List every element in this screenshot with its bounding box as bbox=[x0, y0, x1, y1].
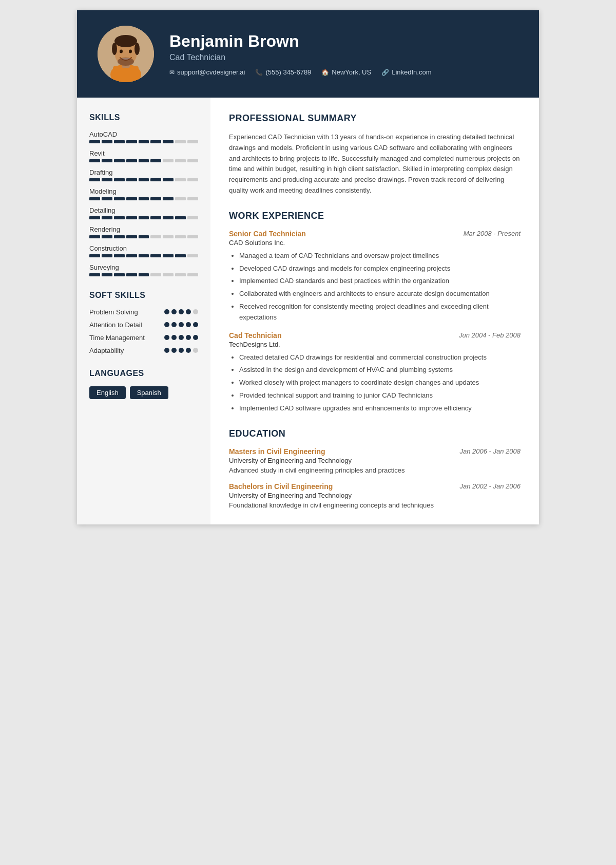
skill-dash bbox=[114, 140, 125, 143]
skill-dots bbox=[164, 322, 198, 327]
location-contact: 🏠 NewYork, US bbox=[321, 68, 371, 76]
job-date: Mar 2008 - Present bbox=[464, 230, 521, 237]
svg-point-8 bbox=[120, 50, 123, 53]
linkedin-contact: 🔗 LinkedIn.com bbox=[381, 68, 431, 76]
email-contact: ✉ support@cvdesigner.ai bbox=[169, 68, 245, 76]
skill-dash bbox=[139, 178, 149, 181]
education-title: EDUCATION bbox=[229, 428, 521, 439]
skill-dash bbox=[175, 178, 186, 181]
skill-bar bbox=[89, 178, 198, 181]
skill-dash bbox=[163, 235, 174, 238]
skill-dash bbox=[175, 235, 186, 238]
body: SKILLS AutoCADRevitDraftingModelingDetai… bbox=[77, 98, 539, 524]
skill-dash bbox=[114, 235, 125, 238]
job-item: Cad TechnicianJun 2004 - Feb 2008TechDes… bbox=[229, 331, 521, 414]
skill-dash bbox=[187, 235, 198, 238]
skill-dot bbox=[186, 309, 191, 314]
job-title: Cad Technician bbox=[229, 331, 281, 340]
skill-dash bbox=[150, 235, 161, 238]
skill-dot bbox=[186, 348, 191, 353]
skill-item: Modeling bbox=[89, 187, 198, 200]
skill-dash bbox=[126, 197, 137, 200]
soft-skill-name: Problem Solving bbox=[89, 308, 164, 316]
skill-dot bbox=[186, 335, 191, 340]
edu-title: Bachelors in Civil Engineering bbox=[229, 482, 333, 491]
skill-dash bbox=[163, 159, 174, 162]
phone-contact: 📞 (555) 345-6789 bbox=[255, 68, 311, 76]
job-title: Senior Cad Technician bbox=[229, 230, 306, 238]
soft-skill-item: Time Management bbox=[89, 334, 198, 342]
edu-school: University of Engineering and Technology bbox=[229, 457, 521, 464]
skill-dash bbox=[163, 178, 174, 181]
skill-name: Surveying bbox=[89, 264, 198, 271]
skill-name: AutoCAD bbox=[89, 130, 198, 138]
skill-dash bbox=[175, 197, 186, 200]
skill-dash bbox=[126, 178, 137, 181]
skill-dot bbox=[164, 335, 169, 340]
skill-dash bbox=[126, 159, 137, 162]
edu-header: Bachelors in Civil EngineeringJan 2002 -… bbox=[229, 482, 521, 491]
skill-item: Surveying bbox=[89, 264, 198, 276]
edu-header: Masters in Civil EngineeringJan 2006 - J… bbox=[229, 447, 521, 456]
soft-skills-title: SOFT SKILLS bbox=[89, 291, 198, 300]
skill-dash bbox=[139, 254, 149, 257]
svg-point-7 bbox=[134, 43, 140, 55]
skill-item: Rendering bbox=[89, 225, 198, 238]
edu-date: Jan 2002 - Jan 2006 bbox=[459, 482, 521, 490]
skill-dot bbox=[164, 309, 169, 314]
skill-name: Rendering bbox=[89, 225, 198, 233]
skill-dash bbox=[187, 178, 198, 181]
soft-skill-name: Attention to Detail bbox=[89, 321, 164, 329]
skill-dash bbox=[102, 254, 112, 257]
skill-dash bbox=[163, 273, 174, 276]
skill-dot bbox=[193, 322, 198, 327]
soft-skills-container: Problem SolvingAttention to DetailTime M… bbox=[89, 308, 198, 354]
job-date: Jun 2004 - Feb 2008 bbox=[459, 331, 521, 339]
skill-dash bbox=[114, 178, 125, 181]
header: Benjamin Brown Cad Technician ✉ support@… bbox=[77, 10, 539, 98]
skill-dot bbox=[171, 348, 177, 353]
skill-bar bbox=[89, 159, 198, 162]
candidate-title: Cad Technician bbox=[169, 53, 432, 62]
avatar bbox=[98, 26, 154, 82]
phone-icon: 📞 bbox=[255, 69, 263, 76]
job-bullet: Managed a team of CAD Technicians and ov… bbox=[239, 251, 521, 261]
skill-bar bbox=[89, 235, 198, 238]
skill-dash bbox=[89, 178, 100, 181]
edu-school: University of Engineering and Technology bbox=[229, 492, 521, 499]
skill-dash bbox=[139, 235, 149, 238]
skill-dash bbox=[114, 254, 125, 257]
skill-dash bbox=[102, 159, 112, 162]
skill-bar bbox=[89, 216, 198, 219]
skill-dash bbox=[89, 235, 100, 238]
skill-dash bbox=[175, 273, 186, 276]
skill-dot bbox=[193, 348, 198, 353]
job-header: Cad TechnicianJun 2004 - Feb 2008 bbox=[229, 331, 521, 340]
skill-dash bbox=[187, 254, 198, 257]
skill-dash bbox=[163, 140, 174, 143]
soft-skill-item: Attention to Detail bbox=[89, 321, 198, 329]
language-tag: Spanish bbox=[130, 386, 168, 399]
svg-point-9 bbox=[129, 50, 132, 53]
education-container: Masters in Civil EngineeringJan 2006 - J… bbox=[229, 447, 521, 509]
skill-dots bbox=[164, 348, 198, 353]
skill-dash bbox=[150, 178, 161, 181]
skill-dot bbox=[179, 335, 184, 340]
skill-dot bbox=[164, 348, 169, 353]
skill-bar bbox=[89, 140, 198, 143]
skill-dash bbox=[114, 273, 125, 276]
skill-dash bbox=[139, 140, 149, 143]
header-info: Benjamin Brown Cad Technician ✉ support@… bbox=[169, 32, 432, 76]
skill-dot bbox=[179, 309, 184, 314]
job-bullet: Developed CAD drawings and models for co… bbox=[239, 264, 521, 274]
skill-item: AutoCAD bbox=[89, 130, 198, 143]
skill-dash bbox=[89, 197, 100, 200]
skill-name: Drafting bbox=[89, 168, 198, 176]
jobs-container: Senior Cad TechnicianMar 2008 - PresentC… bbox=[229, 230, 521, 414]
skill-dash bbox=[89, 140, 100, 143]
svg-point-10 bbox=[118, 58, 134, 66]
soft-skill-name: Adaptability bbox=[89, 347, 164, 354]
job-item: Senior Cad TechnicianMar 2008 - PresentC… bbox=[229, 230, 521, 323]
skill-name: Revit bbox=[89, 149, 198, 157]
skill-dot bbox=[171, 335, 177, 340]
